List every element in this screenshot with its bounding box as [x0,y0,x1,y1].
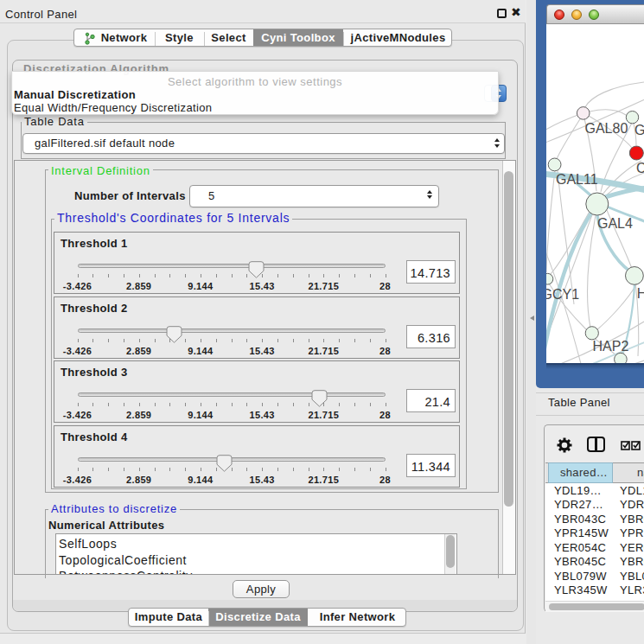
svg-text:HAP2: HAP2 [593,339,629,354]
svg-text:HA: HA [637,286,644,301]
svg-text:GAL4: GAL4 [597,216,633,231]
svg-text:GCY1: GCY1 [546,287,579,302]
svg-text:GAL80: GAL80 [585,121,628,136]
svg-text:CD: CD [636,161,644,175]
svg-text:GA: GA [634,123,644,137]
svg-text:GAL11: GAL11 [556,172,598,187]
